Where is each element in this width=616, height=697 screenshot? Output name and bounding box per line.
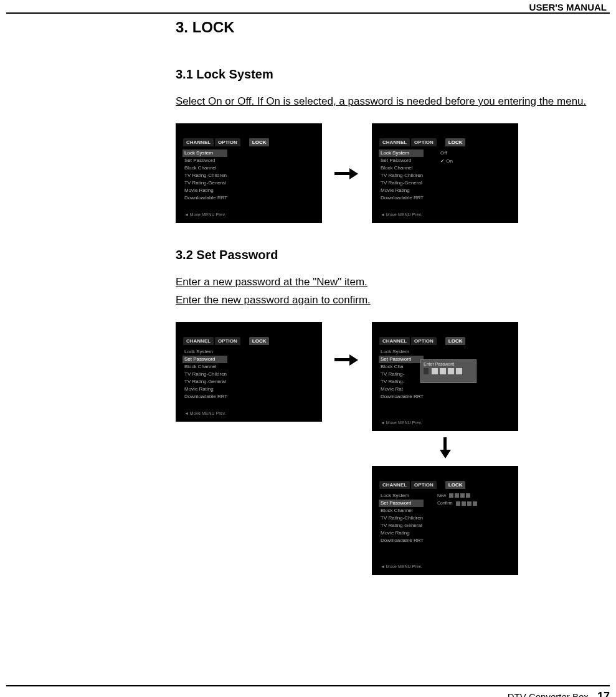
figure-row-lock-system: CHANNEL OPTION LOCK Lock System Set Pass… bbox=[176, 123, 610, 223]
confirm-label: Confirm bbox=[437, 500, 453, 508]
tab-lock: LOCK bbox=[445, 337, 466, 345]
menu-item-block-channel: Block Channel bbox=[184, 164, 227, 172]
tv-tabs: CHANNEL OPTION LOCK bbox=[183, 337, 315, 345]
new-label: New bbox=[437, 492, 446, 500]
password-side-panel: New Confirm bbox=[437, 492, 477, 508]
menu-item-tv-rating-general: TV Rating-General bbox=[381, 522, 424, 529]
password-digits bbox=[424, 368, 473, 374]
arrow-down-icon bbox=[439, 437, 452, 460]
new-boxes bbox=[449, 493, 470, 498]
footer-product: DTV Converter Box bbox=[508, 691, 589, 697]
confirm-password-row: Confirm bbox=[437, 500, 477, 508]
option-on-label: On bbox=[446, 158, 453, 164]
tab-option: OPTION bbox=[411, 138, 437, 146]
password-digit bbox=[432, 368, 438, 374]
menu-item-downloadable: Downloadable RRT bbox=[184, 194, 227, 202]
tv-nav-hint: ◄ Move MENU Prev. bbox=[381, 420, 422, 425]
tab-option: OPTION bbox=[215, 138, 240, 146]
tab-lock: LOCK bbox=[445, 138, 466, 146]
arrow-right-icon bbox=[334, 353, 359, 366]
tv-screenshot-enter-password: CHANNEL OPTION LOCK Lock System Set Pass… bbox=[372, 322, 518, 431]
tv-menu-list: Lock System Set Password Block Cha TV Ra… bbox=[381, 348, 424, 401]
new-password-row: New bbox=[437, 492, 477, 500]
password-digit bbox=[462, 501, 466, 506]
arrow-wrap bbox=[334, 322, 359, 366]
tab-channel: CHANNEL bbox=[379, 337, 410, 345]
menu-item-downloadable: Downloadable RRT bbox=[381, 393, 424, 401]
tv-tabs: CHANNEL OPTION LOCK bbox=[379, 337, 511, 345]
tv-menu-list: Lock System Set Password Block Channel T… bbox=[184, 348, 227, 401]
menu-item-set-password: Set Password bbox=[381, 157, 424, 164]
menu-item-set-password: Set Password bbox=[379, 356, 424, 363]
menu-item-block-channel-trunc: Block Cha bbox=[381, 363, 424, 371]
enter-password-popup: Enter Password bbox=[420, 359, 476, 383]
manual-page: USER'S MANUAL 3. LOCK 3.1 Lock System Se… bbox=[0, 12, 616, 697]
password-digit bbox=[466, 493, 470, 498]
menu-item-lock-system: Lock System bbox=[381, 348, 424, 356]
lock-icon bbox=[242, 138, 248, 146]
menu-item-block-channel: Block Channel bbox=[381, 507, 424, 514]
tab-option: OPTION bbox=[215, 337, 240, 345]
tv-screenshot-lock-menu: CHANNEL OPTION LOCK Lock System Set Pass… bbox=[176, 123, 322, 223]
password-digit bbox=[456, 368, 462, 374]
subsection-3-2-desc2: Enter the new password again to confirm. bbox=[176, 292, 610, 310]
tab-channel: CHANNEL bbox=[379, 481, 410, 489]
menu-item-tv-rating-general: TV Rating-General bbox=[184, 179, 227, 187]
figure-group-set-password: CHANNEL OPTION LOCK Lock System Set Pass… bbox=[176, 322, 610, 575]
menu-item-tv-rating-general: TV Rating-General bbox=[184, 378, 227, 386]
menu-item-set-password: Set Password bbox=[182, 356, 227, 363]
tab-channel: CHANNEL bbox=[379, 138, 410, 146]
tv-nav-hint: ◄ Move MENU Prev. bbox=[381, 564, 422, 569]
menu-item-tv-rating-children: TV Rating-Children bbox=[381, 514, 424, 522]
check-icon: ✓ bbox=[440, 158, 445, 164]
section-title: 3. LOCK bbox=[176, 19, 610, 36]
menu-item-lock-system: Lock System bbox=[381, 492, 424, 500]
arrow-right-icon bbox=[334, 167, 359, 179]
menu-item-downloadable: Downloadable RRT bbox=[184, 393, 227, 401]
lock-icon bbox=[438, 481, 444, 489]
tv-nav-hint: ◄ Move MENU Prev. bbox=[184, 411, 225, 415]
subsection-3-1-title: 3.1 Lock System bbox=[176, 67, 610, 82]
footer-page-number: 17 bbox=[597, 690, 610, 697]
subsection-3-2-desc1: Enter a new password at the "New" item. bbox=[176, 273, 610, 292]
password-digit bbox=[473, 501, 477, 506]
lock-icon bbox=[438, 138, 444, 146]
menu-item-lock-system: Lock System bbox=[379, 149, 424, 157]
password-digit bbox=[467, 501, 471, 506]
tab-channel: CHANNEL bbox=[183, 138, 214, 146]
password-digit bbox=[448, 368, 454, 374]
page-content: 3. LOCK 3.1 Lock System Select On or Off… bbox=[176, 14, 610, 575]
menu-item-tv-rating-trunc2: TV Rating- bbox=[381, 378, 424, 386]
menu-item-movie-rating: Movie Rating bbox=[381, 187, 424, 194]
tv-screenshot-new-confirm: CHANNEL OPTION LOCK Lock System Set Pass… bbox=[372, 466, 518, 575]
menu-item-tv-rating-trunc: TV Rating- bbox=[381, 371, 424, 378]
header-label: USER'S MANUAL bbox=[526, 2, 610, 12]
tv-submenu-onoff: Off ✓ On bbox=[440, 149, 453, 166]
menu-item-downloadable: Downloadable RRT bbox=[381, 537, 424, 544]
tv-tabs: CHANNEL OPTION LOCK bbox=[379, 481, 511, 489]
tv-nav-hint: ◄ Move MENU Prev. bbox=[184, 212, 225, 217]
password-digit bbox=[460, 493, 465, 498]
confirm-boxes bbox=[456, 501, 477, 506]
menu-item-downloadable: Downloadable RRT bbox=[381, 194, 424, 202]
tab-channel: CHANNEL bbox=[183, 337, 214, 345]
menu-item-tv-rating-children: TV Rating-Children bbox=[184, 172, 227, 179]
password-digit bbox=[456, 501, 460, 506]
tab-option: OPTION bbox=[411, 337, 437, 345]
popup-title: Enter Password bbox=[424, 362, 473, 366]
menu-item-movie-rating: Movie Rating bbox=[184, 386, 227, 393]
tv-tabs: CHANNEL OPTION LOCK bbox=[183, 138, 315, 146]
lock-icon bbox=[438, 337, 444, 345]
password-digit bbox=[440, 368, 446, 374]
page-footer: DTV Converter Box 17 bbox=[6, 685, 610, 697]
tab-lock: LOCK bbox=[249, 337, 270, 345]
tv-menu-list: Lock System Set Password Block Channel T… bbox=[381, 149, 424, 202]
subsection-3-1-desc: Select On or Off. If On is selected, a p… bbox=[176, 93, 610, 111]
menu-item-tv-rating-children: TV Rating-Children bbox=[184, 371, 227, 378]
option-on: ✓ On bbox=[440, 158, 453, 166]
tv-menu-list: Lock System Set Password Block Channel T… bbox=[381, 492, 424, 544]
tv-nav-hint: ◄ Move MENU Prev. bbox=[381, 212, 422, 217]
option-off: Off bbox=[440, 149, 453, 158]
tv-screenshot-password-menu: CHANNEL OPTION LOCK Lock System Set Pass… bbox=[176, 322, 322, 422]
menu-item-movie-rating: Movie Rating bbox=[184, 187, 227, 194]
